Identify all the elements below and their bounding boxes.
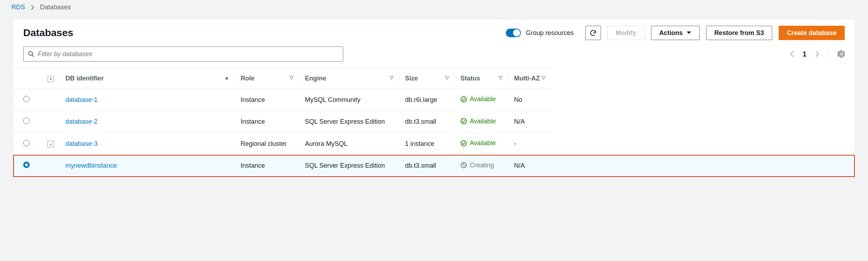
expand-row-button[interactable]: + [48, 141, 54, 147]
sort-asc-icon: ▲ [224, 75, 229, 80]
table-row[interactable]: +database-3Regional clusterAurora MySQL1… [13, 133, 855, 155]
search-icon [28, 51, 34, 57]
multi-az-cell: - [508, 133, 551, 155]
group-resources-toggle-wrap: Group resources [506, 29, 574, 37]
select-radio[interactable] [23, 162, 30, 168]
table-row[interactable]: database-2InstanceSQL Server Express Edi… [13, 111, 855, 133]
sort-icon: ▽ [499, 75, 503, 80]
filter-row: 1 [13, 46, 855, 68]
caret-down-icon [686, 31, 691, 35]
select-radio[interactable] [23, 140, 30, 146]
prev-page-button[interactable] [790, 50, 794, 58]
col-multi-az[interactable]: Multi-AZ▽ [508, 68, 551, 89]
svg-line-1 [32, 55, 34, 57]
status-badge: Available [460, 95, 496, 103]
svg-point-0 [29, 51, 33, 55]
status-badge: Available [460, 118, 496, 125]
check-circle-icon [460, 118, 467, 124]
svg-point-3 [461, 119, 467, 124]
sort-icon: ▽ [445, 75, 449, 80]
engine-cell: MySQL Community [299, 89, 399, 111]
check-circle-icon [460, 96, 467, 103]
sort-icon: ▽ [390, 75, 394, 80]
db-identifier-link[interactable]: database-3 [65, 140, 98, 147]
col-identifier[interactable]: DB identifier▲ [60, 68, 235, 89]
databases-panel: Databases Group resources Modify Actions… [13, 19, 855, 177]
status-badge: Available [460, 139, 496, 147]
group-resources-label: Group resources [526, 29, 574, 37]
clock-icon [460, 162, 467, 168]
col-role[interactable]: Role▽ [235, 68, 299, 89]
breadcrumb: RDS Databases [0, 0, 868, 19]
filter-box[interactable] [23, 46, 343, 61]
table-row[interactable]: mynewdbinstanceInstanceSQL Server Expres… [13, 155, 855, 177]
page-title: Databases [23, 27, 73, 39]
multi-az-cell: N/A [508, 155, 551, 177]
col-status[interactable]: Status▽ [455, 68, 508, 89]
modify-button[interactable]: Modify [607, 26, 645, 40]
select-radio[interactable] [23, 118, 30, 124]
role-cell: Instance [235, 155, 299, 177]
size-cell: 1 instance [399, 133, 455, 155]
role-cell: Regional cluster [235, 133, 299, 155]
engine-cell: SQL Server Express Edition [299, 111, 399, 133]
col-size[interactable]: Size▽ [399, 68, 455, 89]
svg-point-2 [461, 97, 467, 102]
size-cell: db.r6i.large [399, 89, 455, 111]
multi-az-cell: No [508, 89, 551, 111]
actions-dropdown[interactable]: Actions [651, 26, 700, 40]
settings-button[interactable] [837, 50, 845, 58]
role-cell: Instance [235, 89, 299, 111]
breadcrumb-current: Databases [40, 4, 71, 11]
check-circle-icon [460, 140, 467, 147]
col-select [13, 68, 42, 89]
breadcrumb-root-link[interactable]: RDS [11, 4, 25, 11]
size-cell: db.t3.small [399, 111, 455, 133]
restore-from-s3-button[interactable]: Restore from S3 [706, 26, 772, 40]
page-number: 1 [803, 50, 807, 58]
table-row[interactable]: database-1InstanceMySQL Communitydb.r6i.… [13, 89, 855, 111]
databases-table: + DB identifier▲ Role▽ Engine▽ Size▽ Sta… [13, 68, 855, 177]
actions-label: Actions [659, 29, 683, 37]
pagination: 1 [790, 49, 845, 59]
svg-point-4 [461, 141, 467, 146]
next-page-button[interactable] [815, 50, 819, 58]
status-badge: Creating [460, 162, 494, 169]
refresh-button[interactable] [585, 26, 601, 40]
multi-az-cell: N/A [508, 111, 551, 133]
plus-icon: + [48, 76, 54, 82]
db-identifier-link[interactable]: database-2 [65, 118, 98, 125]
refresh-icon [590, 29, 597, 36]
select-radio[interactable] [23, 96, 30, 102]
filter-input[interactable] [38, 50, 339, 58]
col-expand-all[interactable]: + [42, 68, 60, 89]
group-resources-toggle[interactable] [506, 29, 521, 37]
divider [828, 49, 828, 59]
sort-icon: ▽ [542, 75, 546, 80]
engine-cell: SQL Server Express Edition [299, 155, 399, 177]
sort-icon: ▽ [290, 75, 294, 80]
db-identifier-link[interactable]: mynewdbinstance [65, 162, 117, 169]
engine-cell: Aurora MySQL [299, 133, 399, 155]
panel-header: Databases Group resources Modify Actions… [13, 19, 855, 46]
db-identifier-link[interactable]: database-1 [65, 96, 98, 103]
col-engine[interactable]: Engine▽ [299, 68, 399, 89]
create-database-button[interactable]: Create database [779, 26, 845, 40]
size-cell: db.t3.small [399, 155, 455, 177]
chevron-right-icon [31, 5, 34, 10]
role-cell: Instance [235, 111, 299, 133]
